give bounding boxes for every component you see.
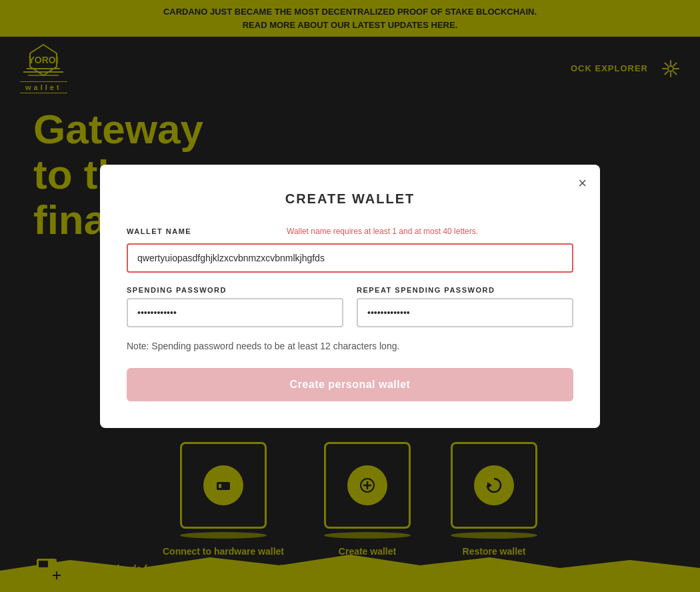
wallet-name-label: WALLET NAME [127,227,191,235]
spending-password-label: SPENDING PASSWORD [127,286,343,294]
spending-password-col: SPENDING PASSWORD [127,286,343,327]
password-row: SPENDING PASSWORD REPEAT SPENDING PASSWO… [127,286,573,327]
modal-title: CREATE WALLET [127,191,573,207]
create-wallet-button[interactable]: Create personal wallet [127,368,573,401]
modal-close-button[interactable]: × [578,175,587,192]
repeat-password-label: REPEAT SPENDING PASSWORD [357,286,573,294]
repeat-password-input[interactable] [357,298,573,327]
repeat-password-col: REPEAT SPENDING PASSWORD [357,286,573,327]
spending-password-input[interactable] [127,298,343,327]
wallet-name-input[interactable] [127,243,573,273]
wallet-name-field-row: WALLET NAME Wallet name requires at leas… [127,227,573,239]
wallet-name-error: Wallet name requires at least 1 and at m… [287,227,478,236]
modal-overlay: CREATE WALLET × WALLET NAME Wallet name … [0,0,700,592]
note-text: Note: Spending password needs to be at l… [127,341,573,351]
create-wallet-modal: CREATE WALLET × WALLET NAME Wallet name … [100,165,600,428]
